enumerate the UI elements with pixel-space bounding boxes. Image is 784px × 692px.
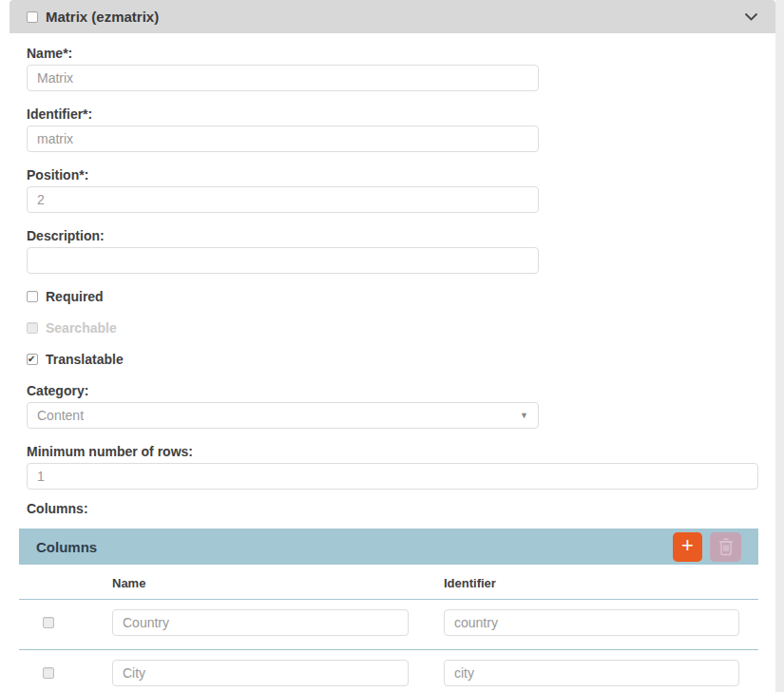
- searchable-row: Searchable: [27, 320, 758, 336]
- delete-column-button[interactable]: [710, 532, 741, 562]
- identifier-input[interactable]: [27, 125, 539, 152]
- columns-table-header: Columns +: [19, 529, 758, 565]
- translatable-row: Translatable: [27, 352, 758, 367]
- plus-icon: +: [681, 535, 694, 556]
- panel-checkbox[interactable]: [27, 11, 38, 23]
- category-label: Category:: [27, 383, 758, 398]
- field-position: Position*:: [27, 167, 758, 213]
- panel-header[interactable]: Matrix (ezmatrix): [10, 0, 775, 33]
- searchable-label: Searchable: [46, 320, 117, 336]
- chevron-down-icon[interactable]: [744, 12, 758, 21]
- caret-down-icon: ▼: [520, 412, 528, 420]
- column-name-input[interactable]: [112, 609, 409, 636]
- translatable-label: Translatable: [46, 352, 124, 367]
- field-category: Category: Content ▼: [27, 383, 758, 429]
- description-input[interactable]: [27, 247, 539, 274]
- position-label: Position*:: [27, 167, 758, 183]
- field-identifier: Identifier*:: [27, 106, 758, 152]
- required-row: Required: [27, 289, 758, 304]
- columns-table-head-row: Name Identifier: [19, 565, 758, 600]
- fieldtype-panel: Matrix (ezmatrix) Name*: Identifier*: Po…: [10, 0, 775, 692]
- row-checkbox[interactable]: [43, 667, 54, 679]
- page-gutter: [775, 0, 784, 692]
- row-checkbox[interactable]: [43, 617, 54, 628]
- category-selected-value: Content: [37, 408, 84, 423]
- description-label: Description:: [27, 228, 758, 243]
- category-select[interactable]: Content ▼: [27, 402, 539, 429]
- column-name-input[interactable]: [112, 660, 409, 686]
- row-identifier-cell: [444, 660, 739, 686]
- row-name-cell: [112, 609, 444, 636]
- column-identifier-input[interactable]: [444, 660, 739, 686]
- row-checkbox-cell: [19, 617, 112, 628]
- name-column-header: Name: [112, 576, 444, 590]
- columns-field-label: Columns:: [27, 501, 758, 516]
- position-input[interactable]: [27, 186, 539, 213]
- row-checkbox-cell: [19, 667, 112, 679]
- select-column-header: [19, 576, 112, 590]
- searchable-checkbox: [27, 322, 38, 334]
- row-name-cell: [112, 660, 444, 686]
- min-rows-input[interactable]: [27, 463, 758, 490]
- trash-icon: [718, 538, 734, 556]
- columns-section: Columns +: [19, 529, 758, 692]
- identifier-column-header: Identifier: [444, 576, 739, 590]
- field-name: Name*:: [27, 46, 758, 91]
- panel-title: Matrix (ezmatrix): [46, 9, 159, 25]
- columns-table-title: Columns: [36, 539, 97, 555]
- name-label: Name*:: [27, 46, 758, 61]
- columns-header-buttons: +: [673, 532, 741, 562]
- table-row: [19, 649, 758, 692]
- translatable-checkbox[interactable]: [27, 354, 38, 365]
- table-row: [19, 600, 758, 649]
- panel-body: Name*: Identifier*: Position*: Descripti…: [10, 33, 775, 692]
- row-identifier-cell: [444, 609, 739, 636]
- name-input[interactable]: [27, 65, 539, 91]
- add-column-button[interactable]: +: [673, 532, 702, 562]
- column-identifier-input[interactable]: [444, 609, 739, 636]
- required-label: Required: [46, 289, 104, 304]
- identifier-label: Identifier*:: [27, 106, 758, 122]
- min-rows-label: Minimum number of rows:: [27, 444, 758, 459]
- field-description: Description:: [27, 228, 758, 274]
- field-min-rows: Minimum number of rows:: [27, 444, 758, 490]
- required-checkbox[interactable]: [27, 291, 38, 302]
